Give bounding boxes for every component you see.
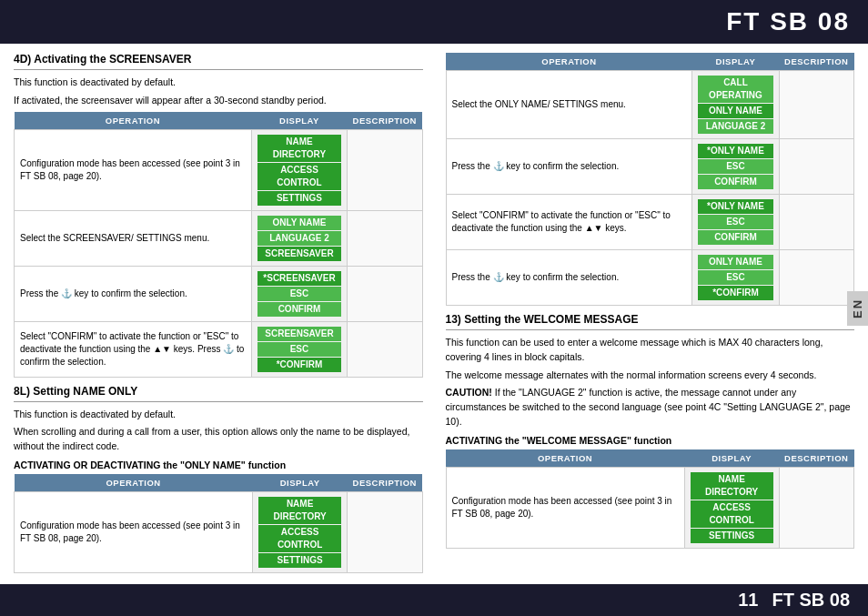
right-column: OPERATION DISPLAY DESCRIPTION Select the… [441,53,855,567]
desc-cell [779,71,853,139]
op-cell: Select the ONLY NAME/ SETTINGS menu. [446,71,692,139]
section-13-text1: This function can be used to enter a wel… [446,336,855,365]
desc-cell [348,491,422,572]
subsection-welcome-title: ACTIVATING the "WELCOME MESSAGE" functio… [446,435,855,446]
op-cell: Select "CONFIRM" to activate the functio… [15,321,252,377]
desc-cell [779,250,853,306]
table-row: Press the ⚓ key to confirm the selection… [446,139,854,195]
desc-cell [348,129,422,210]
nameonly-table-right: OPERATION DISPLAY DESCRIPTION Select the… [446,53,855,306]
table-row: Select the ONLY NAME/ SETTINGS menu. CAL… [446,71,854,139]
op-cell: Configuration mode has been accessed (se… [446,467,684,548]
section-8l-text1: This function is deactivated by default. [14,408,423,422]
display-cell: *SCREENSAVER ESC CONFIRM [251,266,347,321]
footer-page-number: 11 [738,590,758,611]
section-divider [14,69,423,70]
display-cell: NAME DIRECTORY ACCESS CONTROL SETTINGS [253,491,348,572]
op-cell: Select "CONFIRM" to activate the functio… [446,195,692,250]
col-display: DISPLAY [692,53,779,71]
col-operation: OPERATION [446,53,692,71]
section-4d-text2: If activated, the screensaver will appea… [14,94,423,108]
section-8l-title: 8L) Setting NAME ONLY [14,385,423,398]
section-4d-title: 4D) Activating the SCREENSAVER [14,53,423,66]
col-display: DISPLAY [253,474,348,492]
table-row: Press the ⚓ key to confirm the selection… [15,266,423,321]
display-cell: *ONLY NAME ESC CONFIRM [692,139,779,195]
display-cell: NAME DIRECTORY ACCESS CONTROL SETTINGS [684,467,779,548]
desc-cell [779,139,853,195]
section-4d-text1: This function is deactivated by default. [14,76,423,90]
nameonly-table-left: OPERATION DISPLAY DESCRIPTION Configurat… [14,474,423,573]
section-divider [446,329,855,330]
col-operation: OPERATION [446,449,684,468]
desc-cell [779,195,853,250]
welcome-table: OPERATION DISPLAY DESCRIPTION Configurat… [446,449,855,549]
page-header: FT SB 08 [0,0,868,44]
table-row: Configuration mode has been accessed (se… [446,467,854,548]
table-row: Select "CONFIRM" to activate the functio… [446,195,854,250]
header-title: FT SB 08 [726,7,850,35]
subsection-nameonly-title: ACTIVATING OR DEACTIVATING the "ONLY NAM… [14,459,423,470]
op-cell: Press the ⚓ key to confirm the selection… [446,139,692,195]
op-cell: Press the ⚓ key to confirm the selection… [446,250,692,306]
section-divider [14,401,423,402]
col-description: DESCRIPTION [779,53,853,71]
main-content: 4D) Activating the SCREENSAVER This func… [0,44,868,576]
col-description: DESCRIPTION [348,112,422,130]
display-cell: ONLY NAME LANGUAGE 2 SCREENSAVER [251,210,347,266]
col-description: DESCRIPTION [779,449,853,468]
op-cell: Select the SCREENSAVER/ SETTINGS menu. [15,210,252,266]
table-row: Configuration mode has been accessed (se… [15,491,423,572]
footer-title: FT SB 08 [772,590,850,611]
table-row: Press the ⚓ key to confirm the selection… [446,250,854,306]
desc-cell [779,467,853,548]
caution-label: CAUTION! [446,387,492,398]
op-cell: Configuration mode has been accessed (se… [15,491,253,572]
display-cell: NAME DIRECTORY ACCESS CONTROL SETTINGS [251,129,347,210]
page-footer: 11 FT SB 08 [0,584,868,616]
display-cell: *ONLY NAME ESC CONFIRM [692,195,779,250]
section-13-text3: CAUTION! If the "LANGUAGE 2" function is… [446,386,855,429]
table-row: Select the SCREENSAVER/ SETTINGS menu. O… [15,210,423,266]
col-operation: OPERATION [15,112,252,130]
screensaver-table: OPERATION DISPLAY DESCRIPTION Configurat… [14,112,423,378]
op-cell: Press the ⚓ key to confirm the selection… [15,266,252,321]
table-row: Select "CONFIRM" to activate the functio… [15,321,423,377]
section-13-title: 13) Setting the WELCOME MESSAGE [446,313,855,326]
col-display: DISPLAY [251,112,347,130]
table-row: Configuration mode has been accessed (se… [15,129,423,210]
section-13-text2: The welcome message alternates with the … [446,369,855,383]
en-tab: EN [847,290,868,325]
col-display: DISPLAY [684,449,779,468]
left-column: 4D) Activating the SCREENSAVER This func… [14,53,428,567]
desc-cell [348,321,422,377]
desc-cell [348,210,422,266]
desc-cell [348,266,422,321]
col-operation: OPERATION [15,474,253,492]
display-cell: CALL OPERATING ONLY NAME LANGUAGE 2 [692,71,779,139]
op-cell: Configuration mode has been accessed (se… [15,129,252,210]
display-cell: ONLY NAME ESC *CONFIRM [692,250,779,306]
section-8l-text2: When scrolling and during a call from a … [14,425,423,454]
col-description: DESCRIPTION [348,474,422,492]
caution-text: If the "LANGUAGE 2" function is active, … [446,387,851,427]
display-cell: SCREENSAVER ESC *CONFIRM [251,321,347,377]
